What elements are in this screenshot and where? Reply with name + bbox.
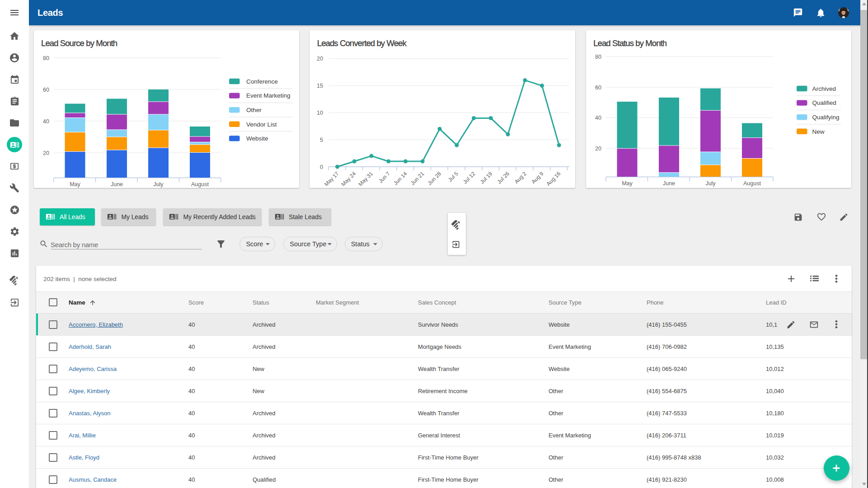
svg-text:May: May <box>70 181 80 188</box>
svg-text:80: 80 <box>595 54 601 60</box>
svg-text:15: 15 <box>317 83 323 89</box>
svg-text:Jul 26: Jul 26 <box>496 170 511 185</box>
svg-text:Jul 12: Jul 12 <box>462 170 477 185</box>
svg-text:5: 5 <box>320 137 323 143</box>
svg-text:Jul 5: Jul 5 <box>447 170 460 183</box>
svg-text:Jul 19: Jul 19 <box>479 170 494 185</box>
svg-text:Jun 21: Jun 21 <box>409 170 426 187</box>
svg-text:Aug 2: Aug 2 <box>513 170 528 185</box>
svg-text:Other: Other <box>246 107 262 113</box>
svg-text:40: 40 <box>43 118 49 125</box>
svg-text:Conference: Conference <box>246 78 278 85</box>
svg-text:May 17: May 17 <box>323 170 340 188</box>
svg-text:Jun 28: Jun 28 <box>427 170 443 187</box>
svg-text:Vendor List: Vendor List <box>246 121 277 128</box>
svg-text:Qualifying: Qualifying <box>812 114 839 121</box>
svg-text:Jun 7: Jun 7 <box>378 170 392 184</box>
svg-text:40: 40 <box>595 115 601 121</box>
svg-text:Event Marketing: Event Marketing <box>246 92 291 99</box>
svg-text:0: 0 <box>320 164 323 170</box>
svg-text:Qualified: Qualified <box>812 99 836 106</box>
svg-text:June: June <box>663 180 675 187</box>
svg-text:June: June <box>110 181 122 188</box>
svg-text:August: August <box>743 180 761 187</box>
svg-text:Archived: Archived <box>812 85 836 92</box>
svg-text:Aug 16: Aug 16 <box>545 170 562 187</box>
svg-text:May 24: May 24 <box>340 170 357 188</box>
svg-text:May 31: May 31 <box>357 170 375 188</box>
svg-text:20: 20 <box>595 145 601 152</box>
svg-text:New: New <box>812 128 824 135</box>
svg-text:Jun 14: Jun 14 <box>393 170 409 187</box>
svg-text:Aug 9: Aug 9 <box>530 170 545 185</box>
svg-text:20: 20 <box>317 56 323 62</box>
svg-text:80: 80 <box>43 55 49 61</box>
svg-text:July: July <box>153 181 164 188</box>
svg-text:10: 10 <box>317 110 323 116</box>
svg-text:August: August <box>191 181 209 188</box>
svg-text:60: 60 <box>595 84 601 91</box>
svg-text:60: 60 <box>43 87 49 93</box>
svg-text:Website: Website <box>246 135 268 142</box>
svg-text:20: 20 <box>43 150 49 156</box>
svg-text:July: July <box>705 180 716 187</box>
svg-text:May: May <box>622 180 633 187</box>
